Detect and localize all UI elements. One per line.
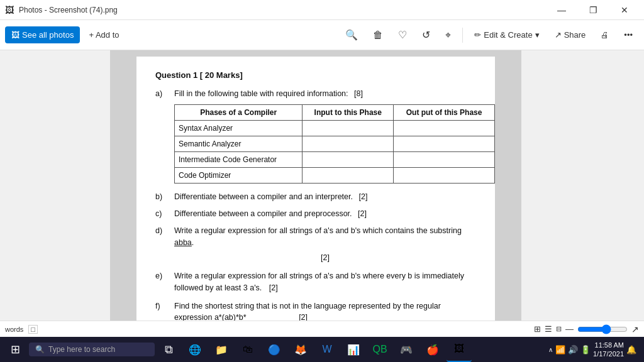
add-to-button[interactable]: + Add to: [82, 26, 125, 43]
taskbar-firefox[interactable]: 🦊: [288, 337, 313, 362]
share-button[interactable]: ↗ Share: [548, 26, 592, 43]
sub-label-c: c): [155, 208, 167, 220]
table-row: Intermediate Code Generator: [175, 152, 495, 168]
word-count: □: [28, 325, 38, 334]
toolbar: 🖼 See all photos + Add to 🔍 🗑 ♡ ↺ ⌖ ✏ Ed…: [0, 20, 644, 50]
app2-icon: 📊: [347, 344, 360, 356]
print-icon: 🖨: [601, 30, 609, 40]
battery-icon[interactable]: 🔋: [580, 345, 591, 354]
view-grid-icon[interactable]: ⊞: [534, 324, 541, 334]
phase-semantic: Semantic Analyzer: [175, 136, 303, 152]
taskbar-edge[interactable]: 🌐: [182, 337, 208, 362]
trash-icon: 🗑: [373, 30, 383, 41]
share-icon: ↗: [555, 30, 562, 40]
sub-question-d: d) Write a regular expression for all st…: [155, 225, 476, 264]
sub-label-a: a): [155, 88, 167, 100]
output-intermediate: [394, 152, 495, 168]
store-icon: 🛍: [243, 344, 253, 355]
sub-content-b: Differentiate between a compiler and an …: [174, 191, 476, 203]
sub-label-d: d): [155, 225, 167, 264]
taskbar-app4[interactable]: 🎮: [394, 337, 419, 362]
taskbar-photos[interactable]: 🖼: [447, 337, 472, 362]
see-all-photos-button[interactable]: 🖼 See all photos: [5, 26, 80, 43]
phase-syntax: Syntax Analyzer: [175, 121, 303, 136]
sub-d-marks: [2]: [174, 252, 476, 264]
word-icon: W: [322, 344, 331, 355]
output-optimizer: [394, 168, 495, 184]
chevron-down-icon: ▾: [535, 30, 540, 40]
delete-button[interactable]: 🗑: [367, 26, 389, 45]
taskbar-chrome[interactable]: 🔵: [262, 337, 287, 362]
notification-icon[interactable]: 🔔: [626, 345, 636, 354]
taskbar-app5[interactable]: 🍎: [420, 337, 445, 362]
table-row: Code Optimizer: [175, 168, 495, 184]
taskbar-clock[interactable]: 11:58 AM 1/17/2021: [593, 341, 624, 359]
heart-icon: ♡: [398, 29, 407, 41]
underlined-abba: abba: [174, 238, 192, 247]
taskbar-folder[interactable]: 📁: [209, 337, 234, 362]
sound-icon[interactable]: 🔊: [568, 345, 578, 354]
rotate-button[interactable]: ↺: [416, 25, 436, 45]
photos-icon: 🖼: [11, 30, 19, 40]
status-bar-right: ⊞ ☰ ⊟ — ↗: [534, 324, 639, 334]
crop-button[interactable]: ⌖: [439, 26, 457, 45]
document-view[interactable]: Question 1 [ 20 Marks] a) Fill in the fo…: [110, 50, 521, 321]
magnify-icon: 🔍: [345, 29, 358, 41]
folder-icon: 📁: [215, 344, 228, 356]
minimize-button[interactable]: —: [547, 0, 576, 20]
sub-content-e: Write a regular expression for all strin…: [174, 270, 476, 294]
sub-content-a: Fill in the following table with require…: [174, 88, 476, 100]
zoom-slider[interactable]: [577, 325, 628, 334]
view-compact-icon[interactable]: ⊟: [556, 325, 562, 333]
firefox-icon: 🦊: [294, 344, 307, 356]
sub-content-f: Find the shortest string that is not in …: [174, 300, 476, 321]
left-panel: [0, 50, 110, 321]
taskbar-app2[interactable]: 📊: [341, 337, 366, 362]
network-icon[interactable]: 📶: [555, 345, 565, 354]
input-intermediate: [303, 152, 394, 168]
app4-icon: 🎮: [400, 344, 413, 356]
more-button[interactable]: •••: [618, 26, 639, 43]
sub-label-f: f): [155, 300, 167, 321]
chrome-icon: 🔵: [268, 344, 280, 356]
edit-icon: ✏: [474, 30, 481, 40]
sub-content-c: Differentiate between a compiler and pre…: [174, 208, 476, 220]
photos-taskbar-icon: 🖼: [454, 343, 464, 354]
taskbar-app3[interactable]: QB: [367, 337, 392, 362]
task-view-icon: ⧉: [165, 343, 173, 356]
sub-question-a: a) Fill in the following table with requ…: [155, 88, 476, 100]
start-button[interactable]: ⊞: [3, 337, 28, 362]
status-bar: words □ ⊞ ☰ ⊟ — ↗: [0, 321, 644, 337]
title-bar: 🖼 Photos - Screenshot (74).png — ❐ ✕: [0, 0, 644, 20]
rotate-icon: ↺: [422, 29, 430, 41]
zoom-out-icon[interactable]: —: [565, 324, 574, 334]
sub-question-e: e) Write a regular expression for all st…: [155, 270, 476, 294]
taskbar-task-view[interactable]: ⧉: [156, 337, 181, 362]
table-row: Semantic Analyzer: [175, 136, 495, 152]
print-button[interactable]: 🖨: [594, 26, 615, 43]
maximize-button[interactable]: ❐: [579, 0, 608, 20]
question-title: Question 1 [ 20 Marks]: [155, 69, 476, 82]
taskbar-store[interactable]: 🛍: [235, 337, 260, 362]
heart-button[interactable]: ♡: [392, 25, 413, 45]
view-list-icon[interactable]: ☰: [545, 324, 552, 334]
sub-question-f: f) Find the shortest string that is not …: [155, 300, 476, 321]
phase-intermediate: Intermediate Code Generator: [175, 152, 303, 168]
magnify-button[interactable]: 🔍: [339, 25, 364, 45]
input-semantic: [303, 136, 394, 152]
resize-icon: ↗: [631, 324, 639, 334]
words-label: words: [5, 326, 23, 333]
output-syntax: [394, 121, 495, 136]
edit-create-button[interactable]: ✏ Edit & Create ▾: [468, 26, 545, 43]
sub-question-c: c) Differentiate between a compiler and …: [155, 208, 476, 220]
crop-icon: ⌖: [445, 30, 451, 41]
taskbar-search[interactable]: 🔍 Type here to search: [29, 343, 155, 356]
taskbar-tray: ∧ 📶 🔊 🔋 11:58 AM 1/17/2021 🔔: [543, 341, 641, 359]
col-header-input: Input to this Phase: [303, 105, 394, 121]
taskbar-word[interactable]: W: [314, 337, 340, 362]
table-header-row: Phases of a Compiler Input to this Phase…: [175, 105, 495, 121]
app5-icon: 🍎: [426, 344, 439, 356]
sub-content-d: Write a regular expression for all strin…: [174, 225, 476, 264]
tray-chevron[interactable]: ∧: [548, 346, 553, 353]
close-button[interactable]: ✕: [610, 0, 639, 20]
